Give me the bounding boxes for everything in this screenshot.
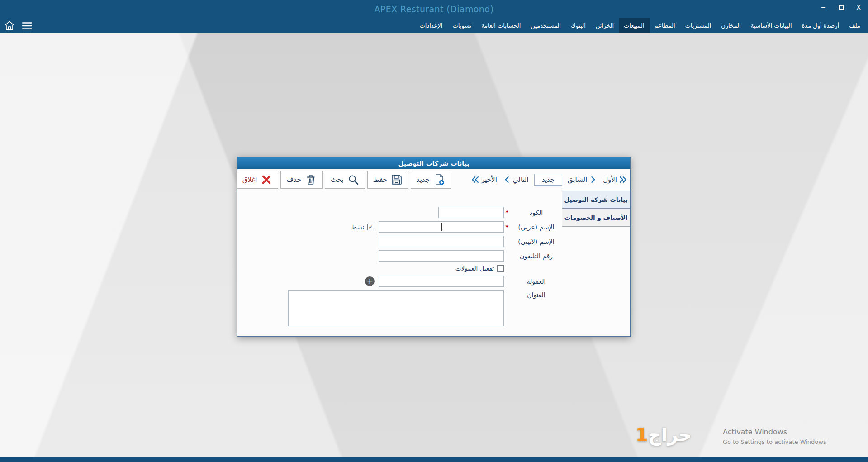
activate-windows-watermark: Activate Windows Go to Settings to activ… xyxy=(723,428,826,445)
nav-last-button[interactable]: الأخير xyxy=(471,175,497,184)
required-marker: * xyxy=(504,209,510,216)
dialog-toolbar: الأول السابق التالي الأخير xyxy=(237,169,630,190)
enable-commissions-row: تفعيل العمولات xyxy=(237,265,562,272)
menubar-icons xyxy=(0,20,33,32)
minimize-icon[interactable]: − xyxy=(821,4,826,10)
active-checkbox[interactable] xyxy=(367,224,374,230)
haraj-logo: حراج1 xyxy=(636,424,692,445)
chevron-double-right-icon xyxy=(618,175,627,184)
save-floppy-icon xyxy=(391,174,403,186)
commission-label: العمولة xyxy=(510,278,562,285)
new-button-label: جديد xyxy=(417,176,430,184)
nav-next-button[interactable]: التالي xyxy=(503,175,529,184)
arabic-name-label: الإسم (عربي) xyxy=(510,224,562,231)
delivery-companies-dialog: بيانات شركات التوصيل الأول السابق xyxy=(237,157,631,337)
menu-item-safes[interactable]: الخزائن xyxy=(591,18,619,33)
address-row: العنوان xyxy=(237,290,562,326)
new-button[interactable]: جديد xyxy=(411,171,451,189)
menubar: ملف أرصدة أول مدة البيانات الأساسية المخ… xyxy=(0,18,868,33)
window-controls: − X xyxy=(821,4,861,10)
menu-item-banks[interactable]: البنوك xyxy=(566,18,591,33)
activate-line2: Go to Settings to activate Windows xyxy=(723,438,826,445)
menu-item-basic-data[interactable]: البيانات الأساسية xyxy=(746,18,797,33)
haraj-logo-number: 1 xyxy=(636,424,648,445)
search-button-label: بحث xyxy=(331,176,344,184)
desktop: APEX Resturant (Diamond) − X ملف أرصدة أ… xyxy=(0,0,868,462)
nav-last-label: الأخير xyxy=(481,176,497,184)
save-button[interactable]: حفظ xyxy=(367,171,408,189)
new-document-icon xyxy=(433,174,445,186)
text-caret xyxy=(441,223,442,231)
code-row: الكود * xyxy=(237,207,562,218)
commission-row: العمولة + xyxy=(237,276,562,287)
chevron-double-left-icon xyxy=(471,175,480,184)
enable-commissions-label: تفعيل العمولات xyxy=(455,265,494,272)
close-window-icon[interactable]: X xyxy=(856,4,861,10)
code-label: الكود xyxy=(510,209,562,216)
record-indicator-input[interactable] xyxy=(534,174,562,186)
nav-previous-button[interactable]: السابق xyxy=(568,175,598,184)
delete-button[interactable]: حذف xyxy=(280,171,323,189)
tab-delivery-company-data[interactable]: بيانات شركة التوصيل xyxy=(562,191,630,209)
hamburger-menu-icon[interactable] xyxy=(21,20,33,32)
delivery-company-form: الكود * الإسم (عربي) * نشط الإسم (لاتيني… xyxy=(237,190,562,336)
home-icon[interactable] xyxy=(4,20,15,32)
required-marker: * xyxy=(504,224,510,230)
close-x-icon xyxy=(261,174,272,186)
latin-name-input[interactable] xyxy=(379,236,504,247)
trash-icon xyxy=(305,174,317,186)
menu-item-settings[interactable]: الإعدادات xyxy=(415,18,448,33)
save-button-label: حفظ xyxy=(373,176,387,184)
maximize-icon[interactable] xyxy=(839,5,844,10)
nav-first-button[interactable]: الأول xyxy=(603,175,627,184)
tab-label: بيانات شركة التوصيل xyxy=(564,196,628,203)
taskbar-strip xyxy=(0,457,868,462)
address-textarea[interactable] xyxy=(288,290,504,326)
active-label: نشط xyxy=(351,224,364,231)
dialog-title: بيانات شركات التوصيل xyxy=(398,160,470,167)
menu-item-purchases[interactable]: المشتريات xyxy=(680,18,716,33)
menu-item-warehouses[interactable]: المخازن xyxy=(716,18,745,33)
arabic-name-row: الإسم (عربي) * نشط xyxy=(237,221,562,233)
latin-name-label: الإسم (لاتيني) xyxy=(510,238,562,245)
menu-item-file[interactable]: ملف xyxy=(844,18,865,33)
enable-commissions-checkbox[interactable] xyxy=(497,265,504,272)
menu-item-restaurants[interactable]: المطاعم xyxy=(650,18,680,33)
chevron-left-icon xyxy=(503,175,512,184)
main-menu: ملف أرصدة أول مدة البيانات الأساسية المخ… xyxy=(415,18,868,33)
delete-button-label: حذف xyxy=(286,176,301,184)
menu-item-users[interactable]: المستخدمين xyxy=(526,18,566,33)
menu-item-general-accounts[interactable]: الحسابات العامة xyxy=(476,18,526,33)
code-input[interactable] xyxy=(438,207,504,218)
close-button-label: إغلاق xyxy=(242,176,257,184)
address-label: العنوان xyxy=(510,290,562,299)
latin-name-row: الإسم (لاتيني) xyxy=(237,236,562,247)
side-tabs: بيانات شركة التوصيل الأصناف و الخصومات xyxy=(562,190,630,336)
app-titlebar: APEX Resturant (Diamond) − X xyxy=(0,0,868,18)
nav-first-label: الأول xyxy=(603,176,617,184)
haraj-logo-text: حراج xyxy=(648,424,692,445)
add-commission-icon[interactable]: + xyxy=(365,276,375,286)
record-navigator: الأول السابق التالي الأخير xyxy=(471,174,627,186)
phone-row: رقم التليفون xyxy=(237,250,562,262)
tab-items-discounts[interactable]: الأصناف و الخصومات xyxy=(562,209,630,227)
dialog-content: بيانات شركة التوصيل الأصناف و الخصومات ا… xyxy=(237,190,630,336)
menu-item-adjustments[interactable]: تسويات xyxy=(447,18,476,33)
search-icon xyxy=(347,174,359,186)
phone-label: رقم التليفون xyxy=(510,252,562,260)
search-button[interactable]: بحث xyxy=(325,171,365,189)
chevron-right-icon xyxy=(588,175,598,184)
close-button[interactable]: إغلاق xyxy=(237,171,279,189)
toolbar-buttons: جديد حفظ بحث xyxy=(237,171,451,189)
commission-input[interactable] xyxy=(379,276,504,287)
phone-input[interactable] xyxy=(379,250,504,262)
nav-previous-label: السابق xyxy=(568,176,587,184)
nav-next-label: التالي xyxy=(513,176,529,184)
menu-item-opening-balances[interactable]: أرصدة أول مدة xyxy=(797,18,844,33)
activate-line1: Activate Windows xyxy=(723,428,826,436)
menu-item-sales[interactable]: المبيعات xyxy=(619,18,649,33)
app-title: APEX Resturant (Diamond) xyxy=(0,4,868,14)
dialog-titlebar: بيانات شركات التوصيل xyxy=(237,157,630,169)
tab-label: الأصناف و الخصومات xyxy=(564,214,628,221)
